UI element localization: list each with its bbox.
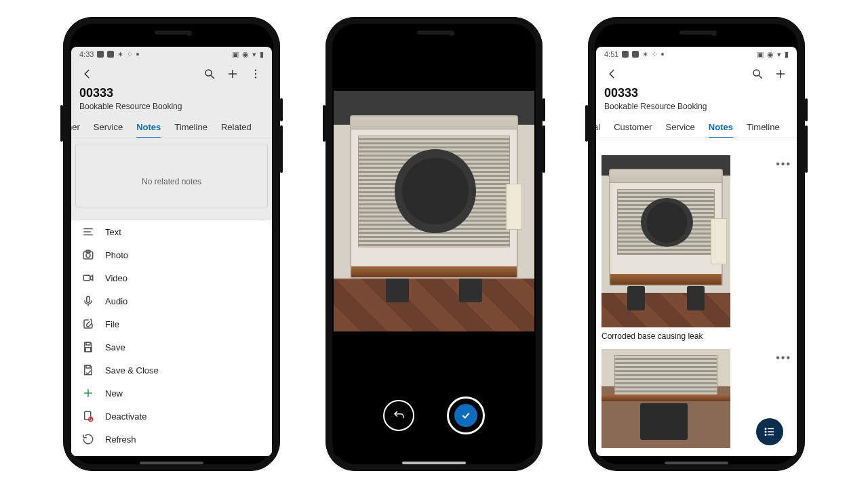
video-icon: [82, 272, 94, 284]
svg-line-1: [211, 75, 214, 79]
tab-customer[interactable]: Customer: [607, 115, 658, 138]
screen-3: 4:51✶⁘ ▣◉▾▮ 00333 Bookable Resource Book…: [596, 47, 797, 456]
record-subtitle: Bookable Resource Booking: [79, 102, 264, 111]
svg-rect-18: [85, 348, 91, 352]
sheet-item-label: Audio: [105, 296, 127, 306]
note-more-icon[interactable]: •••: [736, 349, 791, 364]
sheet-item-label: Refresh: [105, 434, 136, 445]
tabs: al Customer Service Notes Timeline: [596, 115, 797, 138]
svg-point-33: [765, 431, 766, 432]
note-item[interactable]: ••• Corroded base causing leak: [601, 155, 791, 341]
svg-rect-19: [86, 365, 90, 368]
photo-icon: [82, 249, 94, 261]
sheet-item-label: New: [105, 388, 123, 399]
sheet-item-save-close[interactable]: Save & Close: [71, 359, 272, 382]
phone-2: [326, 17, 542, 471]
audio-icon: [82, 295, 94, 307]
sheet-item-label: Video: [105, 273, 127, 283]
save-close-icon: [82, 364, 94, 376]
file-icon: [82, 318, 94, 330]
sheet-item-refresh[interactable]: Refresh: [71, 428, 272, 451]
svg-marker-14: [90, 275, 93, 281]
note-photo[interactable]: [601, 155, 730, 327]
tab-partial[interactable]: al: [596, 115, 607, 138]
svg-line-26: [759, 75, 762, 79]
sheet-item-label: Save & Close: [105, 365, 159, 375]
tab-partial[interactable]: ner: [71, 115, 87, 138]
svg-point-32: [765, 428, 766, 430]
phone-3: 4:51✶⁘ ▣◉▾▮ 00333 Bookable Resource Book…: [588, 17, 805, 471]
svg-point-0: [205, 70, 212, 76]
phone-1: 4:33✶⁘ ▣◉▾▮ 00333 Bookable Resource Book…: [63, 17, 280, 471]
svg-rect-15: [87, 296, 90, 302]
status-bar: 4:33✶⁘ ▣◉▾▮: [71, 47, 272, 62]
note-more-icon[interactable]: •••: [736, 155, 791, 170]
svg-rect-17: [86, 342, 90, 345]
sheet-item-label: Photo: [105, 250, 128, 260]
search-icon[interactable]: [199, 63, 220, 85]
svg-point-5: [255, 73, 256, 75]
screen-1: 4:33✶⁘ ▣◉▾▮ 00333 Bookable Resource Book…: [71, 47, 272, 456]
svg-point-25: [753, 70, 760, 76]
sheet-item-text[interactable]: Text: [71, 220, 272, 243]
sheet-item-video[interactable]: Video: [71, 266, 272, 289]
sheet-item-label: Text: [105, 227, 121, 237]
sheet-item-photo[interactable]: Photo: [71, 243, 272, 266]
refresh-icon: [82, 433, 94, 445]
sheet-item-label: Save: [105, 342, 125, 352]
svg-point-34: [765, 434, 766, 436]
sheet-item-new[interactable]: New: [71, 382, 272, 405]
sheet-item-label: Deactivate: [105, 411, 146, 422]
back-icon[interactable]: [77, 63, 98, 85]
sheet-item-audio[interactable]: Audio: [71, 289, 272, 312]
tab-notes[interactable]: Notes: [130, 115, 167, 138]
tab-related[interactable]: Related: [214, 115, 258, 138]
record-id: 00333: [79, 86, 264, 100]
svg-rect-13: [83, 275, 90, 281]
sheet-item-file[interactable]: File: [71, 312, 272, 336]
save-icon: [82, 341, 94, 353]
confirm-photo-button[interactable]: [447, 396, 485, 434]
add-icon[interactable]: [222, 63, 243, 85]
sheet-item-deactivate[interactable]: Deactivate: [71, 405, 272, 428]
svg-point-4: [255, 70, 256, 71]
svg-rect-22: [85, 411, 91, 420]
empty-notes-msg: No related notes: [76, 144, 267, 208]
status-time: 4:51: [604, 50, 618, 58]
screen-2: [334, 47, 534, 456]
status-time: 4:33: [79, 50, 94, 58]
add-icon[interactable]: [770, 63, 791, 85]
sheet-item-save[interactable]: Save: [71, 336, 272, 359]
tabs: ner Service Notes Timeline Related: [71, 115, 272, 138]
note-caption: Corroded base causing leak: [601, 331, 791, 341]
action-sheet: TextPhotoVideoAudioFileSaveSave & CloseN…: [71, 220, 272, 456]
svg-point-6: [255, 77, 256, 78]
record-subtitle: Bookable Resource Booking: [604, 102, 789, 111]
overflow-icon[interactable]: [245, 63, 267, 85]
tab-service[interactable]: Service: [87, 115, 130, 138]
back-icon[interactable]: [601, 63, 623, 85]
record-id: 00333: [604, 86, 789, 100]
tab-timeline[interactable]: Timeline: [167, 115, 214, 138]
deactivate-icon: [82, 410, 94, 422]
note-photo[interactable]: [601, 349, 730, 448]
text-icon: [82, 226, 94, 238]
tab-service[interactable]: Service: [658, 115, 701, 138]
list-view-fab[interactable]: [756, 418, 783, 445]
status-bar: 4:51✶⁘ ▣◉▾▮: [596, 47, 797, 62]
new-icon: [82, 387, 94, 399]
tab-timeline[interactable]: Timeline: [740, 115, 787, 138]
svg-point-11: [86, 253, 90, 258]
sheet-item-label: File: [105, 319, 119, 329]
search-icon[interactable]: [747, 63, 768, 85]
tab-notes[interactable]: Notes: [702, 115, 740, 138]
camera-viewfinder: [334, 91, 534, 331]
retake-button[interactable]: [383, 400, 414, 431]
